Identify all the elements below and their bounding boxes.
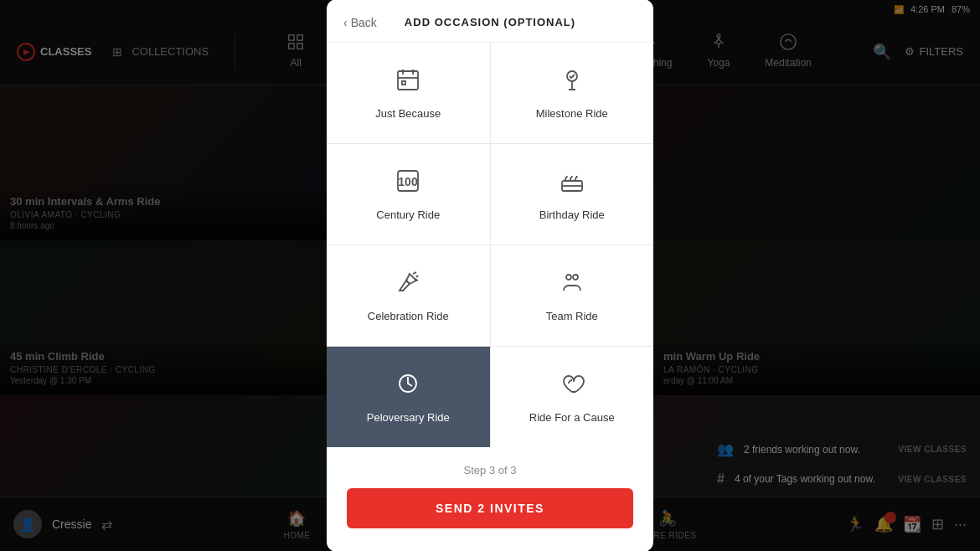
birthday-label: Birthday Ride bbox=[539, 209, 605, 221]
milestone-icon bbox=[559, 66, 585, 99]
just-because-icon bbox=[395, 66, 421, 99]
cause-icon bbox=[559, 370, 585, 403]
modal: ‹ Back ADD OCCASION (OPTIONAL) Just Beca bbox=[327, 0, 653, 551]
birthday-icon bbox=[559, 167, 585, 200]
svg-point-32 bbox=[566, 275, 571, 280]
team-ride-button[interactable]: Team Ride bbox=[491, 245, 654, 346]
svg-rect-19 bbox=[398, 71, 418, 90]
occasion-grid: Just Because Milestone Ride bbox=[327, 43, 653, 447]
celebration-label: Celebration Ride bbox=[368, 310, 449, 322]
back-label: Back bbox=[351, 16, 377, 29]
peloversary-label: Peloversary Ride bbox=[367, 411, 450, 424]
modal-footer: Step 3 of 3 SEND 2 INVITES bbox=[327, 447, 653, 532]
modal-header: ‹ Back ADD OCCASION (OPTIONAL) bbox=[327, 0, 653, 43]
just-because-button[interactable]: Just Because bbox=[327, 43, 490, 143]
svg-rect-23 bbox=[402, 81, 405, 85]
celebration-icon bbox=[395, 269, 421, 301]
svg-point-33 bbox=[573, 275, 578, 280]
send-invites-button[interactable]: SEND 2 INVITES bbox=[347, 488, 633, 528]
peloversary-icon bbox=[395, 370, 421, 403]
milestone-ride-button[interactable]: Milestone Ride bbox=[491, 43, 654, 143]
svg-line-30 bbox=[416, 276, 418, 277]
just-because-label: Just Because bbox=[375, 107, 441, 120]
modal-overlay: ‹ Back ADD OCCASION (OPTIONAL) Just Beca bbox=[0, 0, 980, 551]
milestone-label: Milestone Ride bbox=[536, 107, 608, 120]
svg-text:100: 100 bbox=[399, 175, 419, 188]
team-icon bbox=[559, 269, 585, 301]
ride-for-cause-button[interactable]: Ride For a Cause bbox=[491, 347, 654, 447]
modal-title: ADD OCCASION (OPTIONAL) bbox=[405, 16, 575, 28]
step-text: Step 3 of 3 bbox=[464, 464, 517, 476]
century-ride-button[interactable]: 100 Century Ride bbox=[327, 144, 490, 245]
century-icon: 100 bbox=[395, 167, 421, 200]
team-label: Team Ride bbox=[546, 310, 598, 322]
back-button[interactable]: ‹ Back bbox=[343, 16, 377, 29]
birthday-ride-button[interactable]: Birthday Ride bbox=[491, 144, 654, 245]
cause-label: Ride For a Cause bbox=[529, 411, 615, 424]
svg-line-29 bbox=[413, 272, 416, 274]
century-label: Century Ride bbox=[376, 209, 440, 221]
celebration-ride-button[interactable]: Celebration Ride bbox=[327, 245, 490, 346]
peloversary-ride-button[interactable]: Peloversary Ride bbox=[327, 347, 490, 447]
back-chevron: ‹ bbox=[343, 16, 348, 29]
